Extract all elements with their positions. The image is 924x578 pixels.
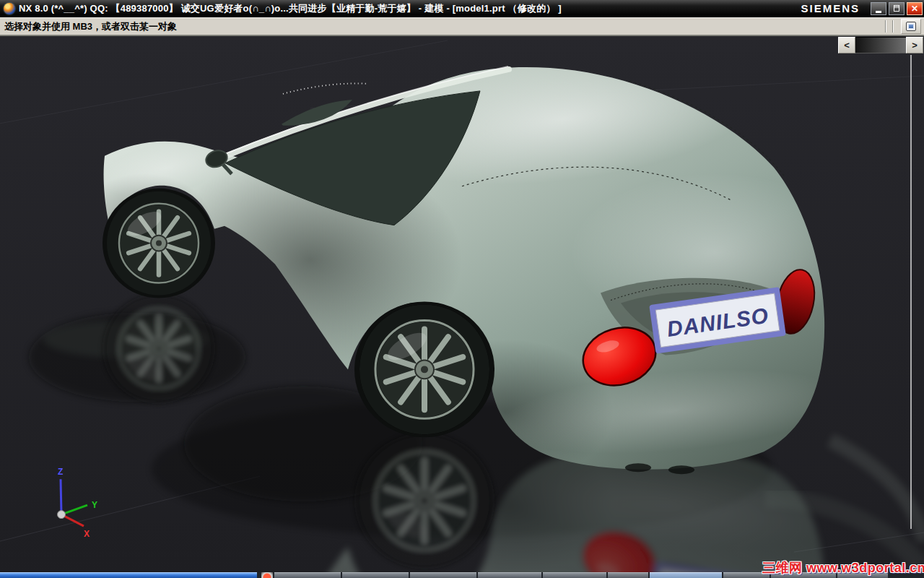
taskbar-button[interactable] [410,572,476,578]
taskbar-active-app[interactable] [0,572,257,578]
nx-application-window: NX 8.0 (*^__^*) QQ: 【489387000】 诚交UG爱好者o… [0,0,924,578]
taskbar-button-active[interactable] [650,572,722,578]
taskbar-app-icon[interactable] [261,572,273,578]
status-bar: 选择对象并使用 MB3，或者双击某一对象 [0,17,924,35]
taskbar-button[interactable] [543,572,606,578]
minimize-icon [876,11,881,13]
siemens-logo: SIEMENS [801,2,860,14]
statusbar-divider [892,20,894,33]
window-title: NX 8.0 (*^__^*) QQ: 【489387000】 诚交UG爱好者o… [19,2,795,15]
prompt-text: 选择对象并使用 MB3，或者双击某一对象 [0,20,882,33]
scroll-right-button[interactable]: > [906,37,923,53]
triad-origin [58,511,66,519]
titlebar: NX 8.0 (*^__^*) QQ: 【489387000】 诚交UG爱好者o… [0,0,924,17]
axis-x-label: X [84,529,90,539]
pane-scrollbar: < > [838,37,923,53]
scrollbar-track[interactable] [855,37,906,53]
axis-z [61,479,61,514]
statusbar-divider [885,20,886,33]
restore-button[interactable] [889,2,905,15]
fit-view-button[interactable] [901,19,921,34]
taskbar-button[interactable] [608,572,648,578]
axis-y-label: Y [92,500,97,510]
graphics-viewport[interactable]: DANILSO [0,35,924,572]
taskbar-button[interactable] [274,572,341,578]
minimize-button[interactable] [871,2,886,15]
taskbar-button[interactable] [342,572,409,578]
nx-app-icon [4,3,15,14]
scroll-left-button[interactable]: < [838,37,855,53]
fit-view-icon [906,22,916,31]
close-button[interactable]: ✕ [907,2,923,15]
close-icon: ✕ [911,4,918,13]
car-3d-scene[interactable]: DANILSO [0,36,924,572]
restore-icon [894,5,899,12]
watermark-text: 三维网 www.w3dportal.cn [762,559,924,577]
taskbar-button[interactable] [478,572,541,578]
axis-z-label: Z [58,467,63,477]
